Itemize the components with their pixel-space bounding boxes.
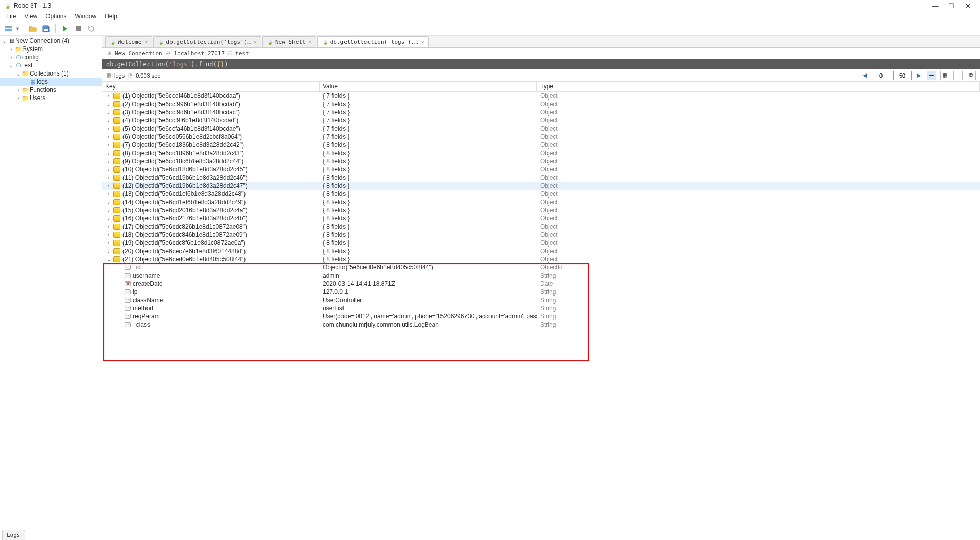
caret-right-icon[interactable]: › xyxy=(106,200,111,205)
caret-right-icon[interactable]: › xyxy=(106,159,111,164)
rotate-button[interactable] xyxy=(85,23,97,34)
caret-right-icon[interactable]: › xyxy=(106,110,111,115)
connect-button[interactable] xyxy=(2,23,14,34)
field-row[interactable]: " "methoduserListString xyxy=(102,304,980,312)
field-row[interactable]: ▭_idObjectId("5e6ced0e6b1e8d405c508f44")… xyxy=(102,263,980,272)
sidebar-functions[interactable]: › 📁 Functions xyxy=(0,86,102,94)
execute-button[interactable] xyxy=(59,23,71,34)
document-row[interactable]: ›(6) ObjectId("5e6cd0566b1e8d2cbcf8a064"… xyxy=(102,133,980,141)
window-maximize-button[interactable]: ☐ xyxy=(943,2,960,10)
document-row[interactable]: ›(16) ObjectId("5e6cd2176b1e8d3a28dd2c4b… xyxy=(102,214,980,223)
field-row[interactable]: " "_classcom.chunqiu.mrjuly.common.utils… xyxy=(102,321,980,329)
field-row[interactable]: " "ip127.0.0.1String xyxy=(102,288,980,296)
document-row[interactable]: ›(20) ObjectId("5e6cec7e6b1e8d3f6014488d… xyxy=(102,247,980,255)
caret-right-icon[interactable]: › xyxy=(106,191,111,197)
caret-right-icon[interactable]: › xyxy=(106,175,111,181)
document-row[interactable]: ›(7) ObjectId("5e6cd1836b1e8d3a28dd2c42"… xyxy=(102,141,980,149)
menu-options[interactable]: Options xyxy=(41,12,70,21)
row-type: Object xyxy=(540,150,558,157)
document-row[interactable]: ›(18) ObjectId("5e6cdc846b1e8d1c0872ae09… xyxy=(102,231,980,239)
document-row[interactable]: ›(8) ObjectId("5e6cd1896b1e8d3a28dd2c43"… xyxy=(102,149,980,157)
window-close-button[interactable]: ✕ xyxy=(960,2,976,10)
document-row[interactable]: ›(11) ObjectId("5e6cd19b6b1e8d3a28dd2c46… xyxy=(102,174,980,182)
document-row[interactable]: ›(14) ObjectId("5e6cd1ef6b1e8d3a28dd2c49… xyxy=(102,198,980,206)
menu-help[interactable]: Help xyxy=(101,12,121,21)
query-bar[interactable]: db.getCollection('logs').find({}) xyxy=(102,59,980,69)
status-tab-logs[interactable]: Logs xyxy=(2,530,25,540)
document-row[interactable]: ›(10) ObjectId("5e6cd18d6b1e8d3a28dd2c45… xyxy=(102,165,980,174)
tab-close-icon[interactable]: ✕ xyxy=(421,39,424,45)
caret-right-icon[interactable]: › xyxy=(106,126,111,132)
sidebar-db-system[interactable]: › 📁 System xyxy=(0,45,102,53)
view-table-button[interactable]: ▦ xyxy=(940,71,949,80)
sidebar-db-test[interactable]: ⌄ ⛁ test xyxy=(0,61,102,69)
caret-right-icon[interactable]: › xyxy=(106,142,111,148)
document-row[interactable]: ›(5) ObjectId("5e6ccfa46b1e8d3f140bcdae"… xyxy=(102,125,980,133)
caret-right-icon[interactable]: › xyxy=(106,240,111,246)
view-tree-button[interactable]: ☰ xyxy=(927,71,936,80)
field-row[interactable]: " "classNameUserControllerString xyxy=(102,296,980,304)
menu-window[interactable]: Window xyxy=(71,12,101,21)
caret-right-icon[interactable]: › xyxy=(106,216,111,222)
row-type: Object xyxy=(540,231,558,238)
caret-right-icon[interactable]: › xyxy=(106,93,111,99)
field-row[interactable]: " "usernameadminString xyxy=(102,272,980,280)
page-prev-button[interactable]: ◀ xyxy=(861,71,869,80)
document-row[interactable]: ›(15) ObjectId("5e6cd2016b1e8d3a28dd2c4a… xyxy=(102,206,980,214)
menu-view[interactable]: View xyxy=(20,12,41,21)
field-icon: ▭ xyxy=(125,265,131,270)
sidebar-collection-logs[interactable]: ▦ logs xyxy=(0,78,102,86)
document-row[interactable]: ›(19) ObjectId("5e6cdc8f6b1e8d1c0872ae0a… xyxy=(102,239,980,247)
sidebar-db-config[interactable]: › ⛁ config xyxy=(0,53,102,61)
document-row[interactable]: ›(2) ObjectId("5e6ccf996b1e8d3f140bcdab"… xyxy=(102,100,980,108)
grid-body[interactable]: ›(1) ObjectId("5e6ccef46b1e8d3f140bcdaa"… xyxy=(102,92,980,529)
tab-query-1[interactable]: 🍃db.getCollection('logs')…✕ xyxy=(153,36,261,47)
caret-right-icon[interactable]: › xyxy=(106,118,111,124)
document-row[interactable]: ⌄(21) ObjectId("5e6ced0e6b1e8d405c508f44… xyxy=(102,255,980,263)
tab-new-shell[interactable]: 🍃New Shell✕ xyxy=(262,36,316,47)
row-type: Object xyxy=(540,256,558,263)
open-button[interactable] xyxy=(27,23,39,34)
stop-button[interactable] xyxy=(72,23,84,34)
caret-right-icon[interactable]: › xyxy=(106,249,111,254)
sidebar-users[interactable]: › 📁 Users xyxy=(0,94,102,102)
caret-right-icon[interactable]: › xyxy=(106,208,111,213)
tab-query-2[interactable]: 🍃db.getCollection('logs').…✕ xyxy=(317,36,429,47)
menu-file[interactable]: File xyxy=(2,12,20,21)
caret-right-icon[interactable]: › xyxy=(106,232,111,238)
caret-right-icon[interactable]: › xyxy=(106,224,111,230)
caret-right-icon[interactable]: › xyxy=(106,134,111,140)
document-row[interactable]: ›(1) ObjectId("5e6ccef46b1e8d3f140bcdaa"… xyxy=(102,92,980,100)
document-row[interactable]: ›(4) ObjectId("5e6ccf9f6b1e8d3f140bcdad"… xyxy=(102,116,980,125)
document-row[interactable]: ›(12) ObjectId("5e6cd19b6b1e8d3a28dd2c47… xyxy=(102,182,980,190)
save-button[interactable] xyxy=(40,23,52,34)
caret-right-icon[interactable]: › xyxy=(106,183,111,189)
document-row[interactable]: ›(13) ObjectId("5e6cd1ef6b1e8d3a28dd2c48… xyxy=(102,190,980,198)
field-row[interactable]: " "reqParamUser(code='0012', name='admin… xyxy=(102,312,980,321)
tab-close-icon[interactable]: ✕ xyxy=(309,39,312,45)
row-type: Object xyxy=(540,92,558,100)
view-popout-button[interactable]: ⧉ xyxy=(967,71,976,80)
field-row[interactable]: 📅createDate2020-03-14 14:41:18.871ZDate xyxy=(102,280,980,288)
document-row[interactable]: ›(3) ObjectId("5e6ccf9d6b1e8d3f140bcdac"… xyxy=(102,108,980,116)
header-type[interactable]: Type xyxy=(537,82,980,91)
sidebar-collections[interactable]: ⌄ 📁 Collections (1) xyxy=(0,69,102,78)
header-value[interactable]: Value xyxy=(320,82,537,91)
sidebar-connection[interactable]: ⌄ 🖥 New Connection (4) xyxy=(0,37,102,45)
caret-right-icon[interactable]: › xyxy=(106,102,111,107)
page-next-button[interactable]: ▶ xyxy=(915,71,923,80)
header-key[interactable]: Key xyxy=(102,82,320,91)
object-icon xyxy=(113,224,120,230)
caret-right-icon[interactable]: › xyxy=(106,151,111,156)
tab-welcome[interactable]: 🍃Welcome✕ xyxy=(105,36,152,47)
page-limit-input[interactable] xyxy=(893,71,912,80)
window-minimize-button[interactable]: — xyxy=(927,2,943,10)
document-row[interactable]: ›(17) ObjectId("5e6cdc826b1e8d1c0872ae08… xyxy=(102,223,980,231)
page-offset-input[interactable] xyxy=(872,71,890,80)
tab-close-icon[interactable]: ✕ xyxy=(254,39,257,45)
caret-down-icon[interactable]: ⌄ xyxy=(106,257,111,262)
caret-right-icon[interactable]: › xyxy=(106,167,111,173)
document-row[interactable]: ›(9) ObjectId("5e6cd18c6b1e8d3a28dd2c44"… xyxy=(102,157,980,165)
view-text-button[interactable]: ≡ xyxy=(953,71,963,80)
tab-close-icon[interactable]: ✕ xyxy=(144,39,148,45)
